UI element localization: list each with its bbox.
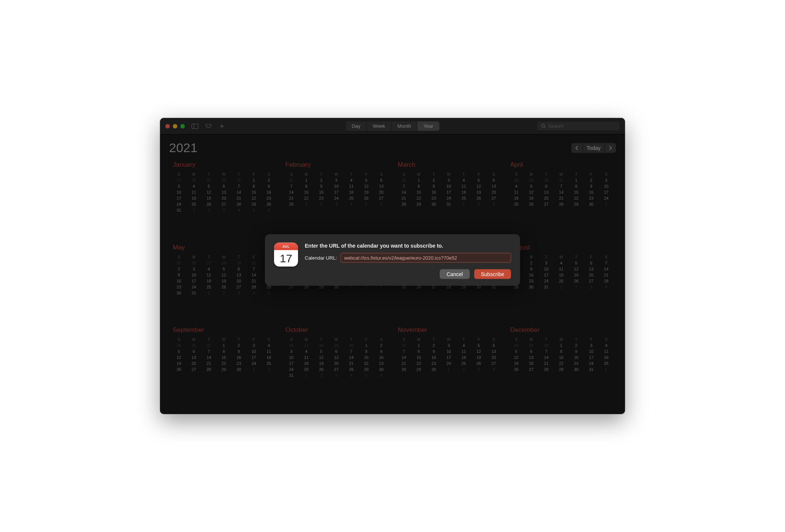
day-cell[interactable]: 4 [344,372,359,378]
day-cell[interactable]: 6 [486,177,501,183]
day-cell[interactable]: 26 [284,342,299,348]
day-cell[interactable]: 17 [284,360,299,366]
day-cell[interactable]: 28 [246,284,261,290]
day-cell[interactable]: 23 [569,360,584,366]
day-cell[interactable]: 28 [396,366,411,372]
cancel-button[interactable]: Cancel [440,269,470,279]
day-cell[interactable]: 23 [231,360,246,366]
day-cell[interactable]: 14 [396,189,411,195]
day-cell[interactable]: 5 [524,183,539,189]
day-cell[interactable]: 28 [216,260,231,266]
day-cell[interactable]: 20 [231,278,246,284]
day-cell[interactable]: 30 [569,366,584,372]
day-cell[interactable]: 17 [186,278,201,284]
day-cell[interactable]: 27 [201,260,216,266]
day-cell[interactable]: 30 [231,366,246,372]
month-block[interactable]: MaySMTWTFS252627282930123456789101112131… [171,244,276,323]
day-cell[interactable]: 15 [299,189,314,195]
day-cell[interactable]: 1 [246,177,261,183]
day-cell[interactable]: 3 [329,177,344,183]
day-cell[interactable]: 1 [359,342,374,348]
day-cell[interactable]: 5 [471,177,486,183]
day-cell[interactable]: 22 [299,195,314,201]
month-block[interactable]: NovemberSMTWTFS3112345678910111213141516… [396,326,501,405]
day-cell[interactable]: 5 [359,201,374,207]
day-cell[interactable]: 22 [359,360,374,366]
day-cell[interactable]: 9 [374,348,389,354]
day-cell[interactable]: 28 [231,201,246,207]
day-cell[interactable]: 30 [186,342,201,348]
day-cell[interactable]: 17 [584,354,599,360]
day-cell[interactable]: 1 [216,342,231,348]
day-cell[interactable]: 27 [299,342,314,348]
view-month[interactable]: Month [391,121,417,131]
day-cell[interactable]: 4 [186,183,201,189]
day-cell[interactable]: 21 [344,360,359,366]
day-cell[interactable]: 1 [554,284,569,290]
day-cell[interactable]: 26 [471,195,486,201]
day-cell[interactable]: 16 [426,189,441,195]
day-cell[interactable]: 7 [246,266,261,272]
day-cell[interactable]: 30 [216,177,231,183]
day-cell[interactable]: 31 [171,207,186,213]
day-cell[interactable]: 1 [554,342,569,348]
day-cell[interactable]: 10 [171,189,186,195]
day-cell[interactable]: 21 [396,195,411,201]
day-cell[interactable]: 3 [284,348,299,354]
day-cell[interactable]: 11 [261,348,276,354]
day-cell[interactable]: 3 [599,177,614,183]
minimize-window-button[interactable] [173,124,177,129]
day-cell[interactable]: 29 [524,177,539,183]
day-cell[interactable]: 21 [554,195,569,201]
month-block[interactable]: AprilSMTWTFS2829303112345678910111213141… [509,161,614,240]
day-cell[interactable]: 9 [171,272,186,278]
day-cell[interactable]: 6 [329,348,344,354]
prev-button[interactable] [571,143,583,153]
day-cell[interactable]: 6 [584,260,599,266]
day-cell[interactable]: 4 [554,260,569,266]
day-cell[interactable]: 28 [509,177,524,183]
day-cell[interactable]: 29 [569,201,584,207]
day-cell[interactable]: 8 [411,348,426,354]
day-cell[interactable]: 18 [344,189,359,195]
day-cell[interactable]: 7 [396,348,411,354]
day-cell[interactable]: 29 [411,366,426,372]
day-cell[interactable]: 14 [284,189,299,195]
day-cell[interactable]: 8 [246,183,261,189]
day-cell[interactable]: 1 [186,207,201,213]
day-cell[interactable]: 5 [201,183,216,189]
calendar-url-input[interactable] [341,253,511,263]
close-window-button[interactable] [165,124,170,129]
day-cell[interactable]: 29 [171,342,186,348]
day-cell[interactable]: 25 [456,195,471,201]
day-cell[interactable]: 19 [471,354,486,360]
day-cell[interactable]: 22 [216,360,231,366]
day-cell[interactable]: 11 [554,266,569,272]
day-cell[interactable]: 6 [261,207,276,213]
day-cell[interactable]: 6 [374,201,389,207]
day-cell[interactable]: 28 [509,342,524,348]
day-cell[interactable]: 2 [426,342,441,348]
day-cell[interactable]: 15 [216,354,231,360]
day-cell[interactable]: 9 [261,183,276,189]
day-cell[interactable]: 5 [314,348,329,354]
day-cell[interactable]: 7 [284,183,299,189]
day-cell[interactable]: 2 [569,342,584,348]
day-cell[interactable]: 16 [569,354,584,360]
day-cell[interactable]: 17 [246,354,261,360]
day-cell[interactable]: 4 [456,177,471,183]
day-cell[interactable]: 7 [539,348,554,354]
month-block[interactable]: JanuarySMTWTFS27282930311234567891011121… [171,161,276,240]
today-button[interactable]: Today [583,143,604,153]
day-cell[interactable]: 3 [231,290,246,296]
day-cell[interactable]: 7 [231,183,246,189]
day-cell[interactable]: 5 [246,207,261,213]
day-cell[interactable]: 4 [509,183,524,189]
day-cell[interactable]: 11 [344,183,359,189]
day-cell[interactable]: 4 [344,201,359,207]
day-cell[interactable]: 24 [441,360,456,366]
day-cell[interactable]: 23 [584,195,599,201]
day-cell[interactable]: 25 [171,260,186,266]
day-cell[interactable]: 3 [171,183,186,189]
day-cell[interactable]: 11 [456,183,471,189]
